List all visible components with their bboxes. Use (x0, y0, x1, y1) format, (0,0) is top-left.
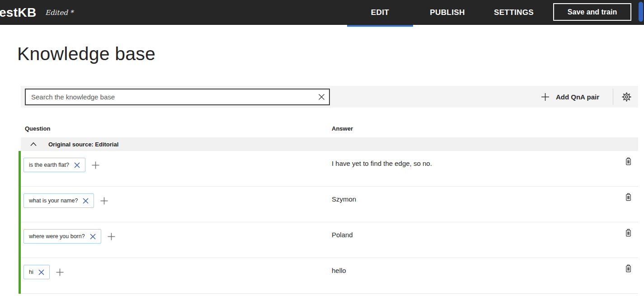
remove-question-button[interactable] (90, 234, 96, 240)
qna-maker-edit-screen: estKB Edited * EDIT PUBLISH SETTINGS Sav… (0, 0, 644, 296)
question-chip: where were you born? (24, 229, 101, 244)
add-alternative-question-button[interactable] (56, 268, 64, 277)
question-cell: is the earth flat? (24, 158, 100, 172)
answer-text[interactable]: Szymon (332, 195, 356, 203)
add-qna-label: Add QnA pair (556, 93, 599, 101)
add-alternative-question-button[interactable] (107, 232, 116, 241)
question-chip: hi (24, 265, 50, 279)
question-chip: what is your name? (24, 193, 94, 208)
question-text: where were you born? (29, 233, 85, 240)
gear-icon (621, 92, 632, 102)
delete-qna-button[interactable] (625, 228, 632, 237)
question-text: is the earth flat? (29, 162, 69, 168)
close-icon (74, 162, 80, 168)
vertical-scrollbar-thumb[interactable] (639, 2, 643, 22)
trash-icon (625, 228, 632, 237)
plus-icon (107, 232, 116, 241)
answer-text[interactable]: Poland (332, 231, 353, 239)
qna-row: is the earth flat? I have yet to find th… (21, 151, 638, 187)
close-icon (83, 198, 89, 204)
tab-edit[interactable]: EDIT (365, 0, 395, 25)
question-cell: where were you born? (24, 229, 116, 244)
question-cell: hi (24, 265, 64, 279)
clear-search-button[interactable] (314, 89, 329, 104)
remove-question-button[interactable] (38, 269, 44, 275)
active-tab-indicator (347, 25, 413, 27)
kb-toolbar: Add QnA pair (21, 86, 638, 108)
plus-icon (100, 197, 108, 205)
column-header-question: Question (25, 125, 50, 132)
close-icon (318, 94, 325, 100)
delete-qna-button[interactable] (625, 193, 632, 202)
search-input[interactable] (26, 89, 314, 104)
trash-icon (625, 264, 632, 273)
toolbar-divider (613, 89, 613, 105)
plus-icon (56, 268, 64, 277)
source-label: Original source: Editorial (48, 141, 118, 148)
question-text: what is your name? (29, 197, 78, 204)
search-box (25, 89, 330, 105)
question-text: hi (29, 269, 33, 275)
tab-publish[interactable]: PUBLISH (427, 0, 468, 25)
close-icon (90, 234, 96, 240)
source-section-header[interactable]: Original source: Editorial (21, 137, 638, 151)
add-qna-pair-button[interactable]: Add QnA pair (536, 93, 604, 101)
add-alternative-question-button[interactable] (100, 197, 108, 205)
answer-text[interactable]: hello (332, 267, 346, 274)
tab-settings[interactable]: SETTINGS (492, 0, 536, 25)
toolbar-actions: Add QnA pair (536, 86, 633, 108)
trash-icon (625, 193, 632, 202)
view-options-button[interactable] (620, 91, 633, 103)
remove-question-button[interactable] (74, 162, 80, 168)
qna-row: hi hello (21, 258, 638, 294)
answer-text[interactable]: I have yet to find the edge, so no. (332, 160, 432, 167)
edited-status-badge: Edited * (45, 0, 73, 25)
trash-icon (625, 157, 632, 166)
qna-row: where were you born? Poland (21, 222, 638, 258)
question-chip: is the earth flat? (24, 158, 85, 172)
knowledge-base-name: estKB (0, 0, 36, 25)
page-title: Knowledge base (17, 43, 155, 65)
chevron-up-icon (30, 142, 37, 146)
delete-qna-button[interactable] (625, 264, 632, 273)
plus-icon (541, 93, 550, 101)
column-header-answer: Answer (332, 125, 353, 132)
delete-qna-button[interactable] (625, 157, 632, 166)
save-and-train-button[interactable]: Save and train (553, 3, 631, 21)
qna-row: what is your name? Szymon (21, 187, 638, 222)
add-alternative-question-button[interactable] (91, 161, 100, 169)
remove-question-button[interactable] (83, 198, 89, 204)
top-navigation-bar: estKB Edited * EDIT PUBLISH SETTINGS Sav… (0, 0, 644, 25)
question-cell: what is your name? (24, 193, 108, 208)
qna-table-body: is the earth flat? I have yet to find th… (21, 151, 638, 294)
close-icon (38, 269, 44, 275)
plus-icon (91, 161, 100, 169)
